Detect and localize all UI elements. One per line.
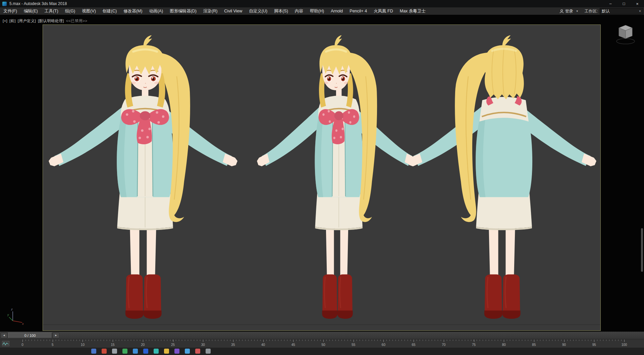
x-axis-label: x bbox=[22, 322, 24, 325]
menu-item[interactable]: 文件(F) bbox=[0, 7, 20, 15]
menu-item[interactable]: Arnold bbox=[327, 7, 346, 15]
menu-item[interactable]: 编辑(E) bbox=[20, 7, 41, 15]
taskbar-icon[interactable] bbox=[174, 349, 179, 354]
frame-major-tick bbox=[504, 340, 504, 342]
taskbar-icon[interactable] bbox=[164, 349, 169, 354]
taskbar-icon[interactable] bbox=[102, 349, 107, 354]
user-icon bbox=[559, 9, 564, 13]
menu-item[interactable]: Pencil+ 4 bbox=[346, 7, 370, 15]
taskbar-icon[interactable] bbox=[133, 349, 138, 354]
frame-number: 10 bbox=[81, 343, 85, 347]
taskbar-icon[interactable] bbox=[185, 349, 190, 354]
mini-curve-editor-button[interactable] bbox=[2, 341, 9, 346]
viewport-label-segment[interactable]: [用户定义] bbox=[18, 19, 36, 23]
frame-major-tick bbox=[233, 340, 233, 342]
viewport-label-segment[interactable]: [默认明暗处理] bbox=[38, 19, 64, 23]
frame-number: 55 bbox=[352, 343, 355, 347]
taskbar-icon[interactable] bbox=[112, 349, 117, 354]
menu-item[interactable]: 动画(A) bbox=[146, 7, 166, 15]
viewport-label-segment[interactable]: [+] bbox=[3, 19, 7, 23]
window-title: 5.max - Autodesk 3ds Max 2018 bbox=[9, 1, 67, 6]
workspace-value: 默认 bbox=[602, 8, 610, 14]
taskbar bbox=[0, 348, 644, 355]
frame-major-tick bbox=[173, 340, 173, 342]
close-button[interactable]: × bbox=[631, 0, 644, 7]
menu-item[interactable]: 创建(C) bbox=[99, 7, 120, 15]
character-back-view[interactable] bbox=[408, 35, 596, 321]
taskbar-icon[interactable] bbox=[122, 349, 127, 354]
viewport-label-segment[interactable]: <<已禁用>> bbox=[66, 19, 87, 23]
frame-major-tick bbox=[594, 340, 594, 342]
menu-item[interactable]: 视图(V) bbox=[78, 7, 99, 15]
maximize-button[interactable]: □ bbox=[617, 0, 631, 7]
ground-line bbox=[43, 324, 600, 325]
frame-number: 20 bbox=[141, 343, 145, 347]
menu-item[interactable]: 渲染(R) bbox=[200, 7, 221, 15]
frame-number: 30 bbox=[201, 343, 205, 347]
menu-item[interactable]: 自定义(U) bbox=[246, 7, 271, 15]
taskbar-icon[interactable] bbox=[143, 349, 148, 354]
time-slider-track[interactable]: ◄ 0 / 100 ► bbox=[0, 332, 644, 339]
frame-major-tick bbox=[474, 340, 474, 342]
frame-number: 100 bbox=[622, 343, 627, 347]
time-slider-handle[interactable]: 0 / 100 bbox=[8, 333, 52, 338]
frame-major-tick bbox=[203, 340, 203, 342]
login-button[interactable]: 登录 bbox=[557, 8, 575, 14]
frame-number: 15 bbox=[111, 343, 115, 347]
character-quarter-view[interactable] bbox=[257, 35, 417, 321]
frame-number: 0 bbox=[21, 343, 23, 347]
menu-items: 文件(F)编辑(E)工具(T)组(G)视图(V)创建(C)修改器(M)动画(A)… bbox=[0, 7, 429, 15]
frame-major-tick bbox=[323, 340, 324, 342]
workspace-label: 工作区: bbox=[585, 8, 598, 14]
viewport-label: [+][前][用户定义][默认明暗处理]<<已禁用>> bbox=[3, 18, 89, 23]
taskbar-icon[interactable] bbox=[154, 349, 159, 354]
taskbar-icon[interactable] bbox=[91, 349, 96, 354]
frame-major-tick bbox=[22, 340, 23, 342]
menu-item[interactable]: 内容 bbox=[291, 7, 307, 15]
menu-item[interactable]: 脚本(S) bbox=[271, 7, 291, 15]
viewport-label-segment[interactable]: [前] bbox=[9, 19, 16, 23]
next-frame-button[interactable]: ► bbox=[53, 333, 59, 338]
viewcube[interactable] bbox=[616, 23, 635, 46]
minimize-button[interactable]: – bbox=[604, 0, 617, 7]
x-axis bbox=[13, 321, 22, 322]
window-controls: – □ × bbox=[604, 0, 644, 7]
menubar: 文件(F)编辑(E)工具(T)组(G)视图(V)创建(C)修改器(M)动画(A)… bbox=[0, 7, 644, 15]
menu-item[interactable]: 工具(T) bbox=[41, 7, 62, 15]
frame-major-tick bbox=[414, 340, 414, 342]
login-label: 登录 bbox=[565, 8, 573, 14]
menu-item[interactable]: 火凤凰 FD bbox=[370, 7, 396, 15]
login-dropdown[interactable]: ▼ bbox=[575, 10, 581, 13]
frame-number: 90 bbox=[562, 343, 566, 347]
workspace-select[interactable]: 默认 ▼ bbox=[600, 8, 643, 14]
menu-item[interactable]: 修改器(M) bbox=[120, 7, 146, 15]
frame-major-tick bbox=[143, 340, 143, 342]
menu-item[interactable]: Civil View bbox=[221, 7, 246, 15]
frame-major-tick bbox=[83, 340, 83, 342]
frame-major-tick bbox=[354, 340, 354, 342]
frame-major-tick bbox=[293, 340, 293, 342]
frame-major-tick bbox=[624, 340, 625, 342]
track-bar[interactable]: 0510152025303540455055606570758085909510… bbox=[0, 339, 644, 348]
viewcube-compass-ring[interactable] bbox=[616, 39, 635, 44]
app-icon bbox=[2, 2, 7, 6]
taskbar-icon[interactable] bbox=[206, 349, 211, 354]
character-front-view[interactable] bbox=[49, 35, 237, 321]
menu-item[interactable]: 帮助(H) bbox=[307, 7, 327, 15]
titlebar: 5.max - Autodesk 3ds Max 2018 – □ × bbox=[0, 0, 644, 7]
taskbar-icon[interactable] bbox=[195, 349, 200, 354]
right-scrollbar[interactable] bbox=[641, 228, 643, 272]
menu-item[interactable]: 图形编辑器(D) bbox=[166, 7, 200, 15]
world-axis-gizmo: z x y bbox=[7, 307, 24, 325]
backdrop-plane[interactable] bbox=[43, 24, 601, 331]
frame-number: 5 bbox=[52, 343, 54, 347]
viewport[interactable]: [+][前][用户定义][默认明暗处理]<<已禁用>> bbox=[0, 15, 644, 332]
frame-major-tick bbox=[383, 340, 384, 342]
frame-major-tick bbox=[263, 340, 264, 342]
y-axis-label: y bbox=[7, 313, 9, 316]
previous-frame-button[interactable]: ◄ bbox=[1, 333, 7, 338]
menu-item[interactable]: 组(G) bbox=[62, 7, 79, 15]
frame-number: 60 bbox=[382, 343, 385, 347]
menubar-right: 登录 ▼ 工作区: 默认 ▼ bbox=[557, 7, 643, 15]
menu-item[interactable]: Max 杀毒卫士 bbox=[396, 7, 429, 15]
